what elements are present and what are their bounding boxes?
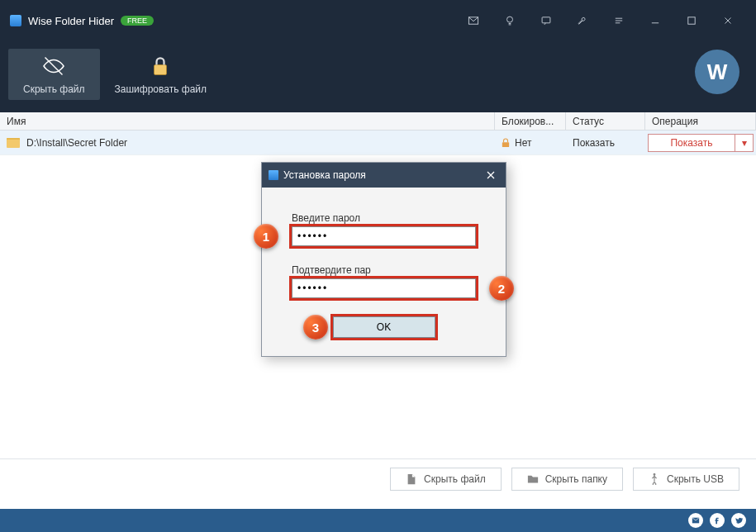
titlebar: Wise Folder Hider FREE — [0, 0, 756, 41]
app-icon — [10, 15, 21, 26]
col-operation[interactable]: Операция — [645, 112, 756, 130]
folder-icon — [7, 138, 20, 148]
table-row[interactable]: D:\Install\Secret Folder Нет Показать По… — [0, 131, 756, 155]
dialog-titlebar: Установка пароля — [262, 163, 506, 188]
confirm-password-input[interactable] — [292, 278, 476, 298]
step-marker-1: 1 — [254, 224, 278, 249]
maximize-button[interactable] — [673, 0, 710, 41]
enter-password-input[interactable] — [292, 226, 476, 246]
dialog-close-button[interactable] — [483, 167, 499, 183]
tab-encrypt-file[interactable]: Зашифровать файл — [100, 49, 221, 100]
hide-folder-button[interactable]: Скрыть папку — [511, 468, 623, 491]
bottom-strip — [0, 509, 756, 532]
hide-usb-label: Скрыть USB — [667, 473, 724, 485]
row-path: D:\Install\Secret Folder — [26, 137, 127, 149]
mail-icon[interactable] — [455, 0, 492, 41]
hide-file-label: Скрыть файл — [424, 473, 486, 485]
svg-point-6 — [654, 473, 655, 475]
social-twitter-icon[interactable] — [731, 513, 746, 528]
row-operation-main[interactable]: Показать — [649, 135, 735, 151]
dialog-app-icon — [269, 170, 278, 180]
tab-encrypt-file-label: Зашифровать файл — [115, 83, 207, 95]
confirm-password-label: Подтвердите пар — [292, 264, 476, 276]
tab-hide-file-label: Скрыть файл — [23, 83, 85, 95]
svg-point-1 — [507, 17, 513, 22]
app-title: Wise Folder Hider — [28, 15, 114, 27]
tools-icon[interactable] — [564, 0, 601, 41]
close-button[interactable] — [710, 0, 746, 41]
menu-icon[interactable] — [601, 0, 637, 41]
row-status: Показать — [573, 137, 615, 149]
svg-rect-5 — [502, 142, 509, 147]
minimize-button[interactable] — [637, 0, 673, 41]
brand-logo: W — [695, 50, 739, 94]
hide-file-button[interactable]: Скрыть файл — [390, 468, 502, 491]
footer-buttons: Скрыть файл Скрыть папку Скрыть USB — [390, 468, 739, 491]
password-dialog: Установка пароля Введите парол 1 Подтвер… — [261, 162, 506, 357]
step-marker-2: 2 — [489, 276, 514, 301]
col-lock[interactable]: Блокиров... — [495, 112, 566, 130]
step-marker-3: 3 — [303, 315, 328, 340]
free-badge: FREE — [121, 16, 154, 26]
row-lock: Нет — [515, 137, 531, 149]
lock-icon — [502, 138, 510, 148]
row-operation-dropdown[interactable]: ▾ — [735, 135, 753, 151]
col-status[interactable]: Статус — [566, 112, 645, 130]
hide-usb-button[interactable]: Скрыть USB — [633, 468, 739, 491]
svg-rect-3 — [688, 17, 695, 24]
row-operation-button[interactable]: Показать ▾ — [648, 134, 754, 152]
svg-rect-4 — [155, 65, 167, 75]
social-facebook-icon[interactable] — [710, 513, 725, 528]
toolbar: Скрыть файл Зашифровать файл W — [0, 41, 756, 112]
social-mail-icon[interactable] — [688, 513, 703, 528]
separator — [0, 458, 756, 459]
col-name[interactable]: Имя — [0, 112, 495, 130]
enter-password-label: Введите парол — [292, 212, 476, 224]
column-header-row: Имя Блокиров... Статус Операция — [0, 112, 756, 131]
ok-button[interactable]: OK — [333, 316, 435, 338]
dialog-title: Установка пароля — [283, 169, 366, 181]
idea-icon[interactable] — [492, 0, 528, 41]
svg-rect-2 — [542, 17, 550, 23]
hide-folder-label: Скрыть папку — [545, 473, 607, 485]
feedback-icon[interactable] — [528, 0, 564, 41]
tab-hide-file[interactable]: Скрыть файл — [8, 49, 100, 100]
